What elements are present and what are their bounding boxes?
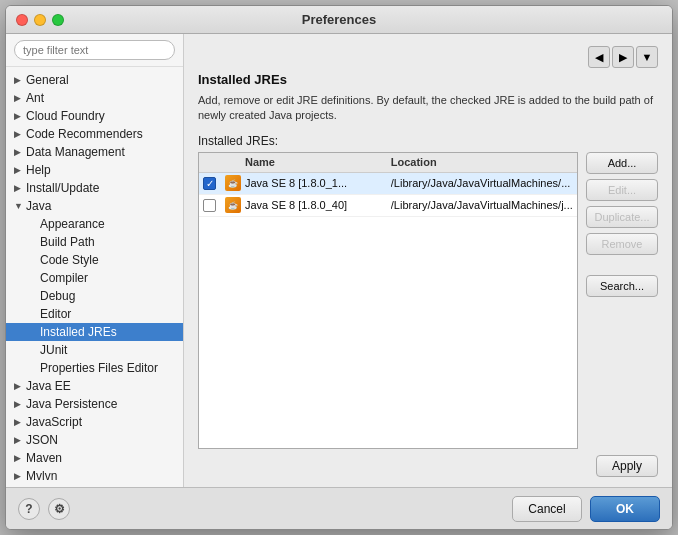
sidebar-item-installed-jres[interactable]: Installed JREs: [6, 323, 183, 341]
sidebar-item-label: JUnit: [40, 343, 67, 357]
sidebar-item-javascript[interactable]: ▶ JavaScript: [6, 413, 183, 431]
sidebar-item-label: JavaScript: [26, 415, 82, 429]
jre-action-buttons: Add... Edit... Duplicate... Remove Searc…: [586, 152, 658, 449]
footer-left: ? ⚙: [18, 498, 70, 520]
maximize-button[interactable]: [52, 14, 64, 26]
sidebar-item-maven[interactable]: ▶ Maven: [6, 449, 183, 467]
sidebar-item-editor[interactable]: Editor: [6, 305, 183, 323]
jre-checkbox-1[interactable]: [203, 199, 216, 212]
sidebar-item-help[interactable]: ▶ Help: [6, 161, 183, 179]
expand-arrow: ▶: [14, 111, 24, 121]
table-row[interactable]: ✓ ☕ Java SE 8 [1.8.0_1... /Library/Java/…: [199, 173, 577, 195]
sidebar-item-java-ee[interactable]: ▶ Java EE: [6, 377, 183, 395]
sidebar-item-label: Code Style: [40, 253, 99, 267]
expand-arrow: ▼: [14, 201, 24, 211]
sidebar-item-label: Cloud Foundry: [26, 109, 105, 123]
sidebar-item-label: Installed JREs: [40, 325, 117, 339]
help-button[interactable]: ?: [18, 498, 40, 520]
ok-button[interactable]: OK: [590, 496, 660, 522]
jre-table: Name Location ✓ ☕ Java SE 8 [1.8.0_1...: [198, 152, 578, 449]
description-text: Add, remove or edit JRE definitions. By …: [198, 93, 658, 124]
duplicate-button[interactable]: Duplicate...: [586, 206, 658, 228]
jre-name-0: Java SE 8 [1.8.0_1...: [245, 177, 391, 189]
jre-location-0: /Library/Java/JavaVirtualMachines/...: [391, 177, 573, 189]
expand-arrow: ▶: [14, 399, 24, 409]
sidebar-item-java[interactable]: ▼ Java: [6, 197, 183, 215]
tree-list: ▶ General ▶ Ant ▶ Cloud Foundry ▶ Code R…: [6, 67, 183, 487]
minimize-button[interactable]: [34, 14, 46, 26]
sidebar-item-label: Maven: [26, 451, 62, 465]
sidebar-item-appearance[interactable]: Appearance: [6, 215, 183, 233]
section-title: Installed JREs: [198, 72, 658, 87]
sidebar-item-label: Compiler: [40, 271, 88, 285]
sidebar-item-label: Help: [26, 163, 51, 177]
sidebar-item-debug[interactable]: Debug: [6, 287, 183, 305]
edit-button[interactable]: Edit...: [586, 179, 658, 201]
menu-button[interactable]: ▼: [636, 46, 658, 68]
row-icon-col: ☕: [225, 175, 245, 191]
jre-table-header: Name Location: [199, 153, 577, 173]
sidebar-item-java-persistence[interactable]: ▶ Java Persistence: [6, 395, 183, 413]
jre-table-body: ✓ ☕ Java SE 8 [1.8.0_1... /Library/Java/…: [199, 173, 577, 448]
sidebar-item-label: General: [26, 73, 69, 87]
jre-icon: ☕: [225, 175, 241, 191]
expand-arrow: ▶: [14, 75, 24, 85]
sidebar-item-label: Java: [26, 199, 51, 213]
bottom-bar: Apply: [198, 449, 658, 479]
expand-arrow: ▶: [14, 417, 24, 427]
back-button[interactable]: ◀: [588, 46, 610, 68]
col-name-header: Name: [245, 156, 391, 168]
sidebar-item-label: Properties Files Editor: [40, 361, 158, 375]
sidebar-item-install-update[interactable]: ▶ Install/Update: [6, 179, 183, 197]
content-area: ▶ General ▶ Ant ▶ Cloud Foundry ▶ Code R…: [6, 34, 672, 487]
sidebar-item-label: Java Persistence: [26, 397, 117, 411]
cancel-button[interactable]: Cancel: [512, 496, 582, 522]
sidebar-item-label: Ant: [26, 91, 44, 105]
sidebar-item-json[interactable]: ▶ JSON: [6, 431, 183, 449]
jre-name-1: Java SE 8 [1.8.0_40]: [245, 199, 391, 211]
table-row[interactable]: ☕ Java SE 8 [1.8.0_40] /Library/Java/Jav…: [199, 195, 577, 217]
window-title: Preferences: [302, 12, 376, 27]
sidebar-item-properties-files-editor[interactable]: Properties Files Editor: [6, 359, 183, 377]
jre-panel: Name Location ✓ ☕ Java SE 8 [1.8.0_1...: [198, 152, 658, 449]
sidebar-item-label: Java EE: [26, 379, 71, 393]
window-footer: ? ⚙ Cancel OK: [6, 487, 672, 529]
row-check-col: [203, 199, 225, 212]
sidebar-item-label: JSON: [26, 433, 58, 447]
row-icon-col: ☕: [225, 197, 245, 213]
installed-label: Installed JREs:: [198, 134, 658, 148]
main-panel: ◀ ▶ ▼ Installed JREs Add, remove or edit…: [184, 34, 672, 487]
sidebar-item-label: Debug: [40, 289, 75, 303]
close-button[interactable]: [16, 14, 28, 26]
expand-arrow: ▶: [14, 381, 24, 391]
expand-arrow: ▶: [14, 471, 24, 481]
sidebar-item-mvlvn[interactable]: ▶ Mvlvn: [6, 467, 183, 485]
sidebar-item-code-recommenders[interactable]: ▶ Code Recommenders: [6, 125, 183, 143]
filter-input[interactable]: [14, 40, 175, 60]
sidebar-item-junit[interactable]: JUnit: [6, 341, 183, 359]
remove-button[interactable]: Remove: [586, 233, 658, 255]
forward-button[interactable]: ▶: [612, 46, 634, 68]
info-button[interactable]: ⚙: [48, 498, 70, 520]
sidebar-item-compiler[interactable]: Compiler: [6, 269, 183, 287]
sidebar-item-label: Editor: [40, 307, 71, 321]
search-box: [6, 34, 183, 67]
sidebar-item-general[interactable]: ▶ General: [6, 71, 183, 89]
add-button[interactable]: Add...: [586, 152, 658, 174]
row-check-col: ✓: [203, 177, 225, 190]
apply-button[interactable]: Apply: [596, 455, 658, 477]
sidebar-item-build-path[interactable]: Build Path: [6, 233, 183, 251]
expand-arrow: ▶: [14, 183, 24, 193]
jre-checkbox-0[interactable]: ✓: [203, 177, 216, 190]
titlebar: Preferences: [6, 6, 672, 34]
jre-icon: ☕: [225, 197, 241, 213]
expand-arrow: ▶: [14, 93, 24, 103]
sidebar-item-label: Data Management: [26, 145, 125, 159]
sidebar-item-data-management[interactable]: ▶ Data Management: [6, 143, 183, 161]
sidebar-item-ant[interactable]: ▶ Ant: [6, 89, 183, 107]
search-button[interactable]: Search...: [586, 275, 658, 297]
sidebar-item-code-style[interactable]: Code Style: [6, 251, 183, 269]
expand-arrow: ▶: [14, 453, 24, 463]
expand-arrow: ▶: [14, 165, 24, 175]
sidebar-item-cloud-foundry[interactable]: ▶ Cloud Foundry: [6, 107, 183, 125]
